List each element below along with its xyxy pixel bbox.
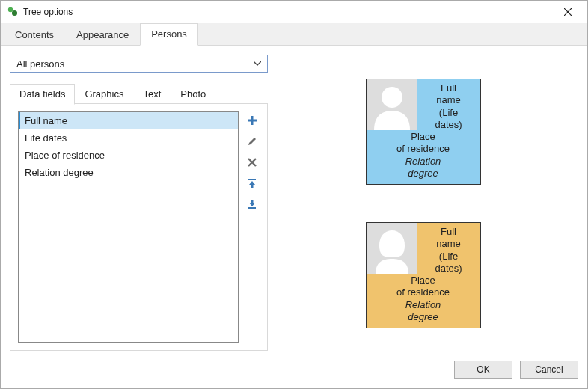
button-label: OK <box>477 364 489 375</box>
svg-rect-8 <box>248 179 256 180</box>
pencil-icon <box>247 136 257 147</box>
list-toolbar <box>243 111 261 343</box>
subtab-label: Text <box>143 88 161 99</box>
person-silhouette-icon <box>370 82 414 130</box>
subtab-label: Graphics <box>85 88 123 99</box>
photo-placeholder <box>367 79 417 130</box>
svg-point-0 <box>8 7 13 12</box>
card-text: of residence <box>370 143 477 155</box>
list-item-label: Place of residence <box>25 150 105 161</box>
preview-card-male: Full name (Life dates) Place of residenc… <box>366 79 481 185</box>
subtab-text[interactable]: Text <box>133 84 171 104</box>
fields-pane: Full name Life dates Place of residence … <box>10 104 268 351</box>
tab-persons[interactable]: Persons <box>140 23 198 46</box>
subtab-label: Photo <box>180 88 206 99</box>
arrow-up-bar-icon <box>247 178 257 189</box>
dialog-footer: OK Cancel <box>1 357 587 388</box>
subtabs: Data fields Graphics Text Photo <box>10 83 268 104</box>
tab-label: Persons <box>151 28 187 40</box>
chevron-down-icon <box>251 55 264 72</box>
list-item[interactable]: Place of residence <box>19 147 238 164</box>
ok-button[interactable]: OK <box>454 361 512 379</box>
arrow-down-bar-icon <box>247 199 257 209</box>
card-text: Relation <box>370 299 477 311</box>
scope-dropdown-value: All persons <box>16 58 251 70</box>
card-text: (Life <box>419 251 479 263</box>
card-text: Place <box>370 275 477 287</box>
x-icon <box>247 157 257 168</box>
plus-icon <box>247 115 257 126</box>
card-text: degree <box>370 311 477 323</box>
preview-panel: Full name (Life dates) Place of residenc… <box>268 55 578 351</box>
card-text: Full <box>419 226 479 238</box>
card-text: name <box>419 238 479 250</box>
svg-rect-5 <box>248 120 257 122</box>
card-lower-block: Place of residence Relation degree <box>367 131 480 184</box>
tab-appearance[interactable]: Appearance <box>65 24 140 46</box>
move-down-button[interactable] <box>245 197 260 212</box>
preview-card-female: Full name (Life dates) Place of residenc… <box>366 222 481 328</box>
window-title: Tree options <box>23 7 553 17</box>
person-silhouette-icon <box>370 226 414 274</box>
tab-contents[interactable]: Contents <box>4 24 65 46</box>
subtabs-container: Data fields Graphics Text Photo Full nam… <box>10 83 268 351</box>
list-item-label: Life dates <box>25 132 67 144</box>
titlebar: Tree options <box>1 1 587 23</box>
close-icon <box>564 8 572 16</box>
list-item[interactable]: Relation degree <box>19 164 238 181</box>
scope-dropdown[interactable]: All persons <box>10 55 268 73</box>
card-text: Full <box>419 82 479 94</box>
card-text: dates) <box>419 119 479 131</box>
main-tabstrip: Contents Appearance Persons <box>1 23 587 46</box>
svg-point-1 <box>12 10 17 16</box>
add-button[interactable] <box>245 113 260 128</box>
move-up-button[interactable] <box>245 176 260 191</box>
tab-label: Appearance <box>76 29 129 40</box>
tree-options-window: Tree options Contents Appearance Persons… <box>0 0 588 389</box>
svg-point-10 <box>382 87 402 108</box>
tab-label: Contents <box>15 29 54 40</box>
photo-placeholder <box>367 223 417 274</box>
card-text: (Life <box>419 107 479 119</box>
fields-listbox[interactable]: Full name Life dates Place of residence … <box>18 111 239 343</box>
cancel-button[interactable]: Cancel <box>520 361 578 379</box>
app-icon <box>7 6 19 18</box>
list-item[interactable]: Full name <box>19 112 238 129</box>
card-text: dates) <box>419 263 479 275</box>
card-text: Relation <box>370 156 477 168</box>
card-text: degree <box>370 168 477 180</box>
list-item-label: Full name <box>25 115 67 126</box>
card-text: of residence <box>370 287 477 298</box>
button-label: Cancel <box>535 364 563 375</box>
card-name-block: Full name (Life dates) <box>417 223 480 275</box>
delete-button[interactable] <box>245 155 260 170</box>
subtab-data-fields[interactable]: Data fields <box>10 84 75 105</box>
svg-rect-9 <box>248 207 256 209</box>
subtab-photo[interactable]: Photo <box>171 84 215 104</box>
card-name-block: Full name (Life dates) <box>417 79 480 131</box>
list-item[interactable]: Life dates <box>19 129 238 147</box>
subtab-label: Data fields <box>19 88 65 99</box>
card-lower-block: Place of residence Relation degree <box>367 275 480 328</box>
list-item-label: Relation degree <box>25 167 94 178</box>
close-button[interactable] <box>553 1 583 22</box>
left-panel: All persons Data fields Graphics Text Ph… <box>10 55 268 351</box>
edit-button[interactable] <box>245 134 260 149</box>
card-text: Place <box>370 131 477 143</box>
subtab-graphics[interactable]: Graphics <box>75 84 133 104</box>
card-text: name <box>419 94 479 106</box>
dialog-body: All persons Data fields Graphics Text Ph… <box>1 46 587 357</box>
